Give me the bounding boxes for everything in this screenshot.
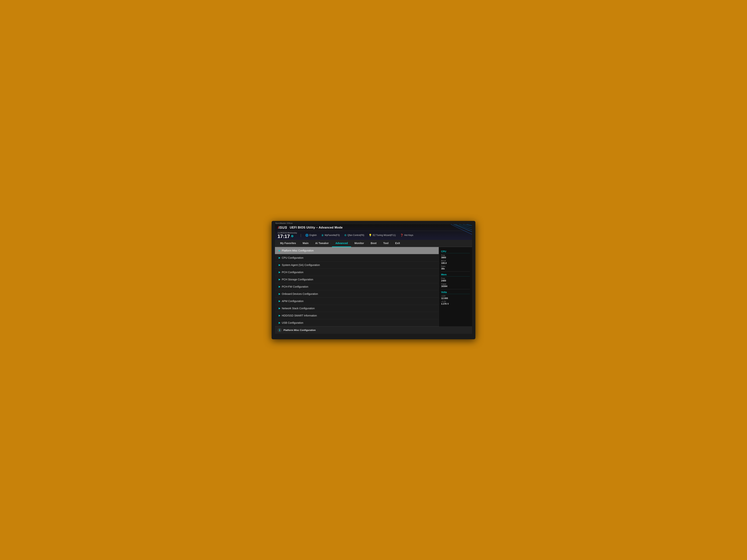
- arrow-icon: ▶: [279, 257, 280, 259]
- mem-freq-label: Freq: [441, 277, 470, 279]
- tab-advanced[interactable]: Advanced: [332, 240, 351, 247]
- time-display: 17:17 ⚙: [278, 234, 293, 239]
- arrow-icon: ▶: [279, 264, 280, 266]
- cpu-section-title: CPU: [441, 250, 470, 254]
- help-icon: ❓: [400, 234, 403, 237]
- mem-cap-value: 16384: [441, 285, 470, 288]
- arrow-icon: ▶: [279, 285, 280, 288]
- datetime-block: 11/28/2018 Wednesday 17:17 ⚙: [278, 232, 297, 239]
- hotkeys-button[interactable]: ❓ Hot Keys: [400, 233, 414, 237]
- arrow-icon: ▶: [279, 321, 280, 324]
- header-info: 11/28/2018 Wednesday 17:17 ⚙ | 🌐 English…: [278, 231, 469, 240]
- arrow-icon: ▶: [279, 249, 280, 252]
- header-top: /ISUS UEFI BIOS Utility – Advanced Mode: [278, 226, 469, 231]
- svg-line-4: [466, 224, 472, 225]
- fan-icon: ⚙: [344, 234, 346, 237]
- mem-freq-value: 2400: [441, 279, 470, 282]
- volt-12v-value: 12.000: [441, 297, 470, 300]
- menu-item-system-agent[interactable]: ▶ System Agent (SA) Configuration: [275, 262, 439, 269]
- menu-item-apm[interactable]: ▶ APM Configuration: [275, 298, 439, 305]
- nav-tabs: My Favorites Main Ai Tweaker Advanced Mo…: [275, 240, 472, 247]
- qfan-button[interactable]: ⚙ Qfan Control(F6): [343, 233, 365, 237]
- svg-line-3: [463, 224, 472, 226]
- separator: |: [300, 233, 301, 237]
- info-icon: ℹ: [278, 328, 282, 332]
- main-content: ▶ Platform Misc Configuration ▶ CPU Conf…: [275, 247, 472, 326]
- panel-divider-2: [441, 289, 470, 289]
- svg-line-2: [459, 224, 472, 228]
- menu-item-platform-misc[interactable]: ▶ Platform Misc Configuration: [275, 247, 439, 254]
- panel-divider-1: [441, 271, 470, 272]
- arrow-icon: ▶: [279, 271, 280, 273]
- globe-icon: 🌐: [305, 234, 308, 237]
- status-text: Platform Misc Configuration: [283, 329, 316, 331]
- monitor-bezel: SyncMaster 226cw /ISUS UEFI BIOS Utility…: [272, 221, 475, 339]
- volt-section-title: Volta: [441, 291, 470, 294]
- myfavorite-button[interactable]: 🖥 MyFavorite(F3): [320, 233, 340, 237]
- tab-my-favorites[interactable]: My Favorites: [277, 240, 300, 246]
- bios-screen: /ISUS UEFI BIOS Utility – Advanced Mode: [275, 224, 472, 334]
- english-button[interactable]: 🌐 English: [305, 233, 317, 237]
- menu-panel: ▶ Platform Misc Configuration ▶ CPU Conf…: [275, 247, 439, 326]
- cpu-freq-value: 3800: [441, 256, 470, 259]
- volt-33v-label: +3.3V: [441, 300, 470, 302]
- tab-exit[interactable]: Exit: [392, 240, 403, 246]
- tab-monitor[interactable]: Monitor: [351, 240, 367, 246]
- tab-ai-tweaker[interactable]: Ai Tweaker: [312, 240, 332, 246]
- menu-item-pch-config[interactable]: ▶ PCH Configuration: [275, 269, 439, 276]
- arrow-icon: ▶: [279, 300, 280, 302]
- monitor-icon: 🖥: [321, 234, 324, 237]
- menu-item-onboard-devices[interactable]: ▶ Onboard Devices Configuration: [275, 290, 439, 298]
- bclk-value: 100.0: [441, 262, 470, 264]
- settings-icon[interactable]: ⚙: [291, 235, 293, 238]
- monitor-label: SyncMaster 226cw: [275, 222, 292, 224]
- volt-33v-value: 3.376 V: [441, 302, 470, 305]
- svg-line-1: [455, 224, 472, 230]
- arrow-icon: ▶: [279, 307, 280, 310]
- tab-tool[interactable]: Tool: [380, 240, 392, 246]
- ratio-label: Ratio: [441, 265, 470, 267]
- bclk-label: BCLK: [441, 260, 470, 262]
- ratio-value: 38x: [441, 267, 470, 270]
- mem-section-title: Mem: [441, 273, 470, 276]
- arrow-icon: ▶: [279, 314, 280, 317]
- eztuning-button[interactable]: 💡 EZ Tuning Wizard(F11): [368, 233, 396, 237]
- menu-item-network-stack[interactable]: ▶ Network Stack Configuration: [275, 305, 439, 312]
- svg-line-0: [454, 224, 472, 232]
- volt-12v-label: +12V: [441, 295, 470, 297]
- bulb-icon: 💡: [369, 234, 372, 237]
- menu-item-pch-fw[interactable]: ▶ PCH-FW Configuration: [275, 283, 439, 290]
- status-bar: ℹ Platform Misc Configuration: [275, 326, 472, 334]
- menu-item-pch-storage[interactable]: ▶ PCH Storage Configuration: [275, 276, 439, 283]
- header-bar: /ISUS UEFI BIOS Utility – Advanced Mode: [275, 224, 472, 240]
- menu-item-hdd-smart[interactable]: ▶ HDD/SSD SMART Information: [275, 312, 439, 319]
- bios-title: UEFI BIOS Utility – Advanced Mode: [290, 226, 342, 229]
- menu-item-usb-config[interactable]: ▶ USB Configuration: [275, 319, 439, 326]
- asus-logo: /ISUS: [278, 226, 287, 230]
- menu-item-cpu-config[interactable]: ▶ CPU Configuration: [275, 254, 439, 262]
- tab-main[interactable]: Main: [300, 240, 312, 246]
- arrow-icon: ▶: [279, 293, 280, 295]
- cpu-freq-label: Freq: [441, 254, 470, 256]
- mem-cap-label: Capac: [441, 283, 470, 285]
- tab-boot[interactable]: Boot: [367, 240, 380, 246]
- arrow-icon: ▶: [279, 278, 280, 281]
- right-panel: CPU Freq 3800 BCLK 100.0 Ratio 38x Mem F…: [439, 247, 472, 326]
